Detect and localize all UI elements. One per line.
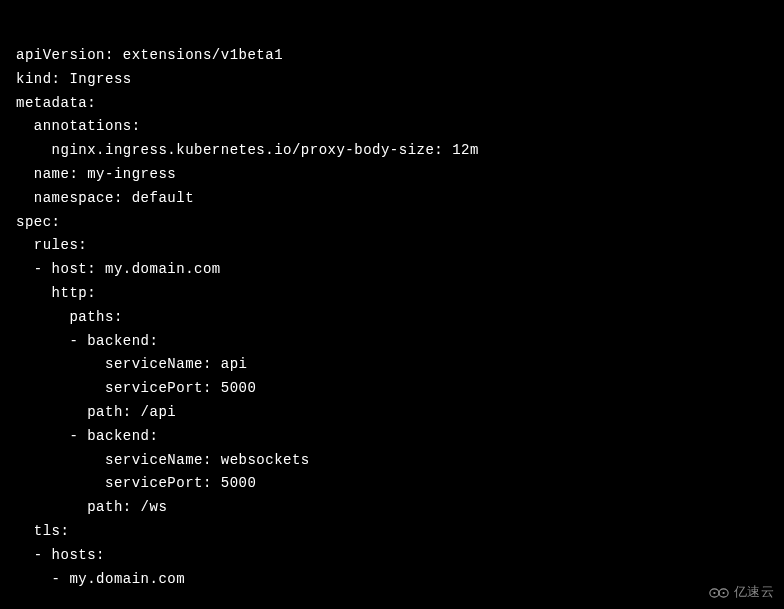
watermark: 亿速云 (708, 581, 775, 603)
svg-point-3 (722, 592, 724, 594)
watermark-text: 亿速云 (734, 581, 775, 603)
watermark-icon (708, 585, 730, 599)
svg-point-2 (713, 592, 715, 594)
code-block: apiVersion: extensions/v1beta1 kind: Ing… (16, 44, 768, 591)
